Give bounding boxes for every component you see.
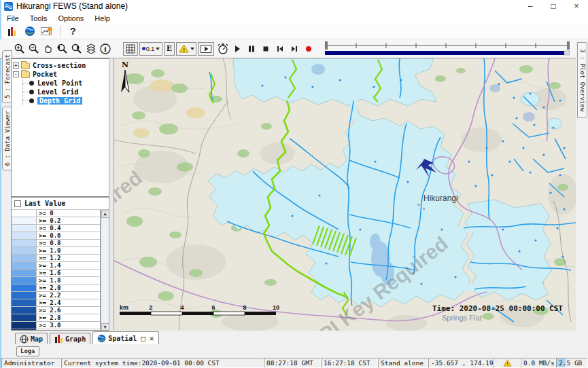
left-tab-strip: 5 : Forecast 6 : Data Viewer [0,58,11,331]
minimize-button[interactable]: – [519,0,542,12]
scroll-up-icon[interactable]: ▲ [101,210,109,218]
timeline-slider[interactable] [324,41,572,57]
legend-row[interactable]: >= 0.6 [12,232,100,240]
layers-icon[interactable] [84,42,98,56]
legend-row[interactable]: >= 0 [12,210,100,217]
status-mode: Stand alone [378,358,428,368]
database-chart-icon[interactable] [5,25,19,37]
legend-row[interactable]: >= 2.2 [12,292,100,299]
legend-row[interactable]: >= 3.0 [12,322,100,329]
tab-map[interactable]: Map [15,333,48,344]
globe-icon[interactable] [23,25,37,37]
contour-interval-dropdown[interactable]: 0.1 [139,42,162,56]
maximize-button[interactable]: □ [542,0,565,12]
folder-icon [21,71,30,78]
chevron-down-icon [190,48,194,50]
tab-forecast-label: 5 : Forecast [4,54,11,98]
scroll-down-icon[interactable]: ▼ [101,323,109,331]
folder-icon [21,62,30,69]
logs-button[interactable]: Logs [16,346,39,356]
legend-row[interactable]: >= 0.8 [12,240,100,247]
zoom-previous-icon[interactable] [55,42,69,56]
skip-to-start-icon[interactable] [273,42,287,56]
node-bullet-icon [29,81,34,86]
tree-node-level-grid[interactable]: Level Grid [23,88,107,96]
info-icon[interactable]: i [98,42,112,56]
warning-threshold-dropdown[interactable]: ! [176,42,196,56]
warning-icon: ! [503,359,512,367]
legend-color-swatch [12,299,36,306]
right-tab-strip: 3 : Plot Overview [576,41,588,331]
status-gmt-time: 08:27:18 GMT [264,358,321,368]
pan-hand-icon[interactable] [41,42,55,56]
svg-text:!: ! [506,361,508,367]
play-icon[interactable] [230,42,244,56]
expand-icon[interactable]: + [13,62,19,69]
legend-row[interactable]: >= 2.0 [12,284,100,292]
tree-node-depth-grid[interactable]: Depth Grid [23,96,107,105]
legend-row[interactable]: >= 2.6 [12,307,100,314]
legend-row[interactable]: >= 1.0 [12,247,100,255]
legend-row-label: >= 1.0 [36,247,100,254]
menu-help[interactable]: Help [89,14,116,22]
legend-row[interactable]: >= 2.8 [12,314,100,322]
menu-options[interactable]: Options [52,14,89,22]
stop-icon[interactable] [258,42,273,56]
close-button[interactable]: × [565,0,588,12]
tab-plot-overview[interactable]: 3 : Plot Overview [577,42,587,118]
legend-list: >= 0>= 0.2>= 0.4>= 0.6>= 0.8>= 1.0>= 1.2… [12,210,101,331]
zoom-next-icon[interactable] [69,42,84,56]
panel-close-button[interactable]: ✕ [150,334,154,343]
node-bullet-icon [29,98,34,103]
menu-tools[interactable]: Tools [24,14,53,22]
animation-panel-button[interactable] [198,42,214,56]
tab-spatial[interactable]: Spatial □ ✕ [92,331,158,344]
status-memory[interactable]: 2.5 GB [556,358,588,368]
legend-toggle-button[interactable]: E [164,42,175,56]
status-warning-cell[interactable]: ! [494,358,521,368]
legend-header: Last Value [12,198,109,210]
legend-row[interactable]: >= 1.8 [12,277,100,284]
main-toolbar: ? [0,24,588,39]
timeline-graphic [324,41,572,57]
tree-node-pocket[interactable]: - Pocket [13,70,107,79]
app-logo-icon [4,2,13,11]
legend-row[interactable]: >= 1.4 [12,262,100,270]
window-title: Hikurangi FEWS (Stand alone) [16,1,128,11]
legend-color-swatch [12,284,36,291]
legend-row-label: >= 1.2 [36,255,100,261]
spatial-map-view[interactable]: API Key Required API Key Required Hikura… [114,58,576,331]
panel-splitter[interactable] [109,58,114,331]
bar-chart-icon [54,335,63,343]
help-button[interactable]: ? [70,26,76,37]
status-bar: Administrator Current system time:2020-0… [0,358,588,368]
scale-tick-label: 2 [149,304,152,311]
legend-row[interactable]: >= 1.2 [12,255,100,262]
collapse-icon[interactable]: - [13,71,19,77]
scale-tick-label: 8 [243,304,246,311]
skip-to-end-icon[interactable] [287,42,301,56]
panel-maximize-button[interactable]: □ [141,334,145,343]
map-toolbar: i 0.1 E ! [0,39,588,58]
last-value-checkbox[interactable] [14,200,21,207]
legend-row[interactable]: >= 0.4 [12,225,100,232]
menu-file[interactable]: File [1,14,24,22]
legend-scrollbar[interactable]: ▲ ▼ [101,210,109,331]
legend-row[interactable]: >= 0.2 [12,217,100,225]
zoom-out-icon[interactable] [27,42,41,56]
wireframe-globe-icon [20,335,29,344]
tree-node-cross-section[interactable]: + Cross-section [13,61,107,70]
legend-color-swatch [12,277,36,284]
timeseries-import-icon[interactable] [41,25,54,37]
animation-timer-icon[interactable] [215,42,230,56]
zoom-in-icon[interactable] [12,42,27,56]
legend-row[interactable]: >= 1.6 [12,270,100,277]
tab-graph[interactable]: Graph [50,333,90,344]
legend-row[interactable]: >= 2.4 [12,299,100,307]
grid-display-button[interactable] [123,42,138,56]
record-icon[interactable] [301,42,315,56]
scale-tick-label: 6 [211,304,215,311]
pause-icon[interactable] [244,42,258,56]
tree-node-level-point[interactable]: Level Point [23,79,107,88]
legend-row-label: >= 0.2 [36,217,100,224]
